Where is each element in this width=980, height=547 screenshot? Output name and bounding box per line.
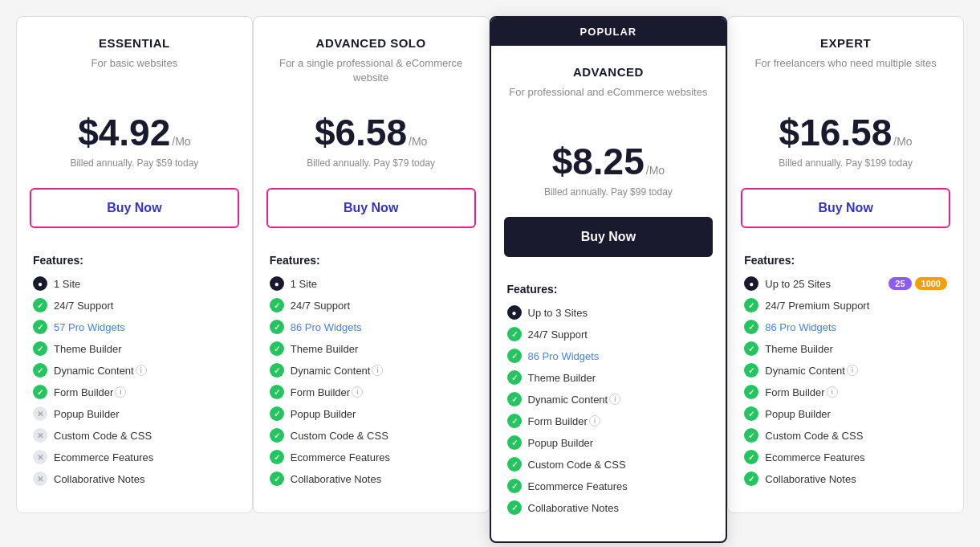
buy-now-row-expert: Buy Now (728, 188, 963, 241)
feature-text-advanced-solo-0: 1 Site (291, 278, 317, 290)
plan-price-wrapper-expert: $16.58 /Mo Billed annually. Pay $199 tod… (728, 98, 963, 188)
price-amount-expert: $16.58 (779, 111, 893, 154)
feature-item-advanced-solo-2: ✓86 Pro Widgets (270, 320, 473, 334)
feature-icon-essential-2: ✓ (33, 320, 47, 334)
feature-item-expert-8: ✓Ecommerce Features (744, 450, 947, 464)
price-mo-advanced-solo: /Mo (409, 135, 427, 148)
feature-item-advanced-solo-6: ✓Popup Builder (270, 406, 473, 421)
feature-text-row-essential-5: Form Builderi (54, 386, 236, 398)
features-section-advanced-solo: Features: ●1 Site✓24/7 Support✓86 Pro Wi… (254, 241, 489, 512)
feature-text-row-advanced-solo-9: Collaborative Notes (291, 473, 473, 485)
feature-text-essential-5: Form Builder (54, 386, 113, 398)
feature-text-advanced-solo-6: Popup Builder (291, 408, 356, 420)
info-icon-essential-5: i (115, 386, 126, 398)
feature-item-expert-3: ✓Theme Builder (744, 341, 947, 356)
feature-text-row-essential-3: Theme Builder (54, 343, 236, 355)
buy-now-button-advanced-solo[interactable]: Buy Now (266, 188, 476, 228)
plan-card-expert: EXPERT For freelancers who need multiple… (727, 16, 964, 513)
plan-desc-advanced: For professional and eCommerce websites (507, 85, 710, 114)
feature-icon-advanced-1: ✓ (507, 327, 522, 341)
feature-text-expert-0: Up to 25 Sites (765, 278, 831, 290)
feature-icon-advanced-solo-3: ✓ (270, 341, 284, 356)
feature-text-row-expert-9: Collaborative Notes (765, 473, 947, 485)
buy-now-button-expert[interactable]: Buy Now (741, 188, 950, 228)
plan-price-essential: $4.92 /Mo (33, 111, 236, 154)
feature-item-expert-6: ✓Popup Builder (744, 406, 947, 421)
price-billing-advanced: Billed annually. Pay $99 today (507, 186, 710, 210)
feature-text-row-advanced-9: Collaborative Notes (528, 502, 710, 514)
feature-text-expert-6: Popup Builder (765, 408, 831, 420)
feature-text-row-advanced-4: Dynamic Contenti (528, 394, 710, 406)
feature-text-expert-5: Form Builder (765, 386, 824, 398)
feature-item-advanced-3: ✓Theme Builder (507, 370, 710, 385)
feature-text-row-expert-1: 24/7 Premium Support (765, 300, 947, 312)
feature-icon-advanced-4: ✓ (507, 392, 522, 406)
feature-text-row-advanced-solo-1: 24/7 Support (291, 300, 473, 312)
feature-link-advanced-solo-2[interactable]: 86 Pro Widgets (291, 321, 362, 333)
plan-name-expert: EXPERT (744, 36, 947, 50)
price-mo-expert: /Mo (893, 135, 912, 148)
feature-item-essential-9: ✕Collaborative Notes (33, 471, 236, 486)
feature-text-advanced-7: Custom Code & CSS (528, 459, 626, 471)
plan-price-wrapper-advanced-solo: $6.58 /Mo Billed annually. Pay $79 today (254, 98, 489, 188)
feature-text-essential-4: Dynamic Content (54, 365, 134, 377)
feature-text-row-advanced-solo-4: Dynamic Contenti (291, 365, 473, 377)
feature-item-advanced-8: ✓Ecommerce Features (507, 479, 710, 493)
feature-icon-essential-9: ✕ (33, 471, 47, 486)
feature-item-advanced-solo-8: ✓Ecommerce Features (270, 450, 473, 464)
info-icon-advanced-solo-4: i (372, 365, 383, 376)
sites-badges-expert: 251000 (889, 277, 947, 290)
feature-link-advanced-2[interactable]: 86 Pro Widgets (528, 350, 600, 362)
plan-header-expert: EXPERT For freelancers who need multiple… (728, 17, 963, 98)
feature-text-row-expert-8: Ecommerce Features (765, 451, 947, 463)
feature-text-row-expert-2: 86 Pro Widgets (765, 321, 947, 333)
popular-badge: POPULAR (491, 18, 726, 46)
feature-text-essential-8: Ecommerce Features (54, 451, 153, 463)
buy-now-row-advanced-solo: Buy Now (254, 188, 489, 241)
info-icon-expert-5: i (827, 386, 838, 398)
info-icon-advanced-5: i (589, 415, 600, 427)
feature-item-advanced-4: ✓Dynamic Contenti (507, 392, 710, 406)
plan-name-advanced: ADVANCED (507, 65, 710, 79)
buy-now-button-essential[interactable]: Buy Now (30, 188, 239, 228)
feature-icon-advanced-solo-5: ✓ (270, 385, 284, 399)
feature-text-row-essential-2: 57 Pro Widgets (54, 321, 236, 333)
features-section-essential: Features: ●1 Site✓24/7 Support✓57 Pro Wi… (17, 241, 252, 512)
features-title-expert: Features: (744, 254, 947, 267)
feature-link-expert-2[interactable]: 86 Pro Widgets (765, 321, 836, 333)
features-title-advanced: Features: (507, 283, 710, 296)
feature-item-essential-5: ✓Form Builderi (33, 385, 236, 399)
feature-text-row-advanced-6: Popup Builder (528, 437, 710, 449)
plan-name-advanced-solo: ADVANCED SOLO (270, 36, 473, 50)
feature-item-advanced-solo-9: ✓Collaborative Notes (270, 471, 473, 486)
feature-item-advanced-0: ●Up to 3 Sites (507, 305, 710, 320)
feature-text-row-advanced-solo-6: Popup Builder (291, 408, 473, 420)
feature-text-row-expert-4: Dynamic Contenti (765, 365, 947, 377)
feature-item-advanced-solo-3: ✓Theme Builder (270, 341, 473, 356)
feature-icon-advanced-0: ● (507, 305, 522, 320)
feature-text-row-essential-8: Ecommerce Features (54, 451, 236, 463)
feature-text-advanced-3: Theme Builder (528, 372, 596, 384)
price-amount-essential: $4.92 (78, 111, 170, 154)
feature-item-advanced-solo-0: ●1 Site (270, 276, 473, 291)
plan-card-essential: ESSENTIAL For basic websites $4.92 /Mo B… (16, 16, 253, 513)
feature-text-row-essential-1: 24/7 Support (54, 300, 236, 312)
feature-text-essential-9: Collaborative Notes (54, 473, 144, 485)
feature-text-advanced-solo-8: Ecommerce Features (291, 451, 390, 463)
feature-item-essential-1: ✓24/7 Support (33, 298, 236, 312)
feature-link-essential-2[interactable]: 57 Pro Widgets (54, 321, 125, 333)
feature-text-expert-7: Custom Code & CSS (765, 430, 863, 442)
feature-item-essential-3: ✓Theme Builder (33, 341, 236, 356)
feature-text-row-advanced-1: 24/7 Support (528, 329, 710, 341)
feature-item-advanced-7: ✓Custom Code & CSS (507, 457, 710, 471)
feature-text-essential-0: 1 Site (54, 278, 80, 290)
feature-text-row-expert-6: Popup Builder (765, 408, 947, 420)
feature-icon-expert-9: ✓ (744, 471, 758, 486)
buy-now-button-advanced[interactable]: Buy Now (504, 217, 714, 257)
feature-text-expert-4: Dynamic Content (765, 365, 845, 377)
feature-text-row-essential-0: 1 Site (54, 278, 236, 290)
badge-1000-expert: 1000 (915, 277, 947, 290)
plan-desc-essential: For basic websites (33, 56, 236, 85)
feature-item-essential-7: ✕Custom Code & CSS (33, 428, 236, 443)
feature-icon-essential-8: ✕ (33, 450, 47, 464)
